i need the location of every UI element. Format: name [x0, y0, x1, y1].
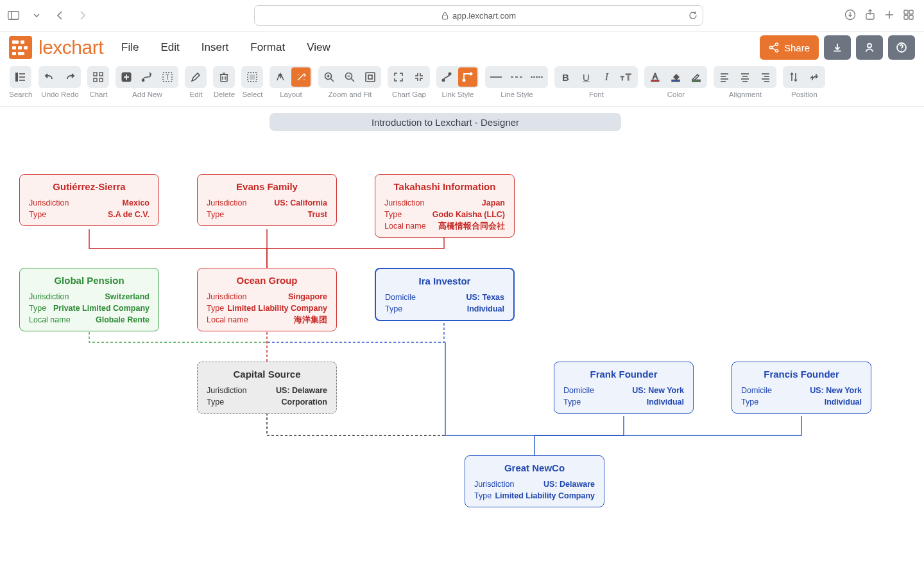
svg-point-19 [901, 49, 902, 50]
attr-val: US: New York [632, 385, 684, 396]
toolbar-label: Layout [280, 91, 302, 98]
redo-button[interactable] [60, 67, 80, 87]
address-bar[interactable]: app.lexchart.com [254, 5, 703, 26]
text-color-button[interactable]: A [646, 67, 665, 87]
font-italic-button[interactable]: I [597, 67, 616, 87]
chart-canvas[interactable]: Gutiérrez-Sierra JurisdictionMexico Type… [0, 113, 924, 578]
toolbar-group-select: Select [241, 66, 263, 98]
app-bar: lexchart File Edit Insert Format View Sh… [0, 31, 924, 64]
node-takahashi[interactable]: Takahashi Information JurisdictionJapan … [375, 174, 515, 238]
node-title: Evans Family [207, 181, 327, 192]
back-icon[interactable] [51, 7, 68, 24]
attr-key: Type [741, 396, 758, 408]
node-evans[interactable]: Evans Family JurisdictionUS: California … [197, 174, 337, 226]
undo-button[interactable] [40, 67, 59, 87]
node-title: Great NewCo [474, 462, 595, 473]
reload-icon[interactable] [689, 11, 697, 20]
node-gutierrez[interactable]: Gutiérrez-Sierra JurisdictionMexico Type… [19, 174, 159, 226]
toolbar-group-color: A Color [644, 66, 707, 98]
add-box-button[interactable] [117, 67, 136, 87]
attr-val: Switzerland [105, 291, 150, 302]
node-global-pension[interactable]: Global Pension JurisdictionSwitzerland T… [19, 268, 159, 331]
person-icon [864, 42, 875, 53]
border-color-button[interactable] [687, 67, 706, 87]
share-button[interactable]: Share [760, 35, 819, 60]
line-dotted-button[interactable] [527, 67, 547, 87]
attr-key: Type [384, 209, 402, 220]
attr-key: Jurisdiction [207, 197, 247, 209]
download-icon [832, 42, 843, 53]
toolbar-group-layout: Layout [270, 66, 312, 98]
node-frank[interactable]: Frank Founder DomicileUS: New York TypeI… [554, 362, 694, 414]
chartoptions-button[interactable] [89, 67, 108, 87]
share-icon[interactable] [865, 9, 875, 22]
font-bold-button[interactable]: B [556, 67, 575, 87]
font-size-button[interactable]: TT [617, 67, 637, 87]
line-dashed-button[interactable] [507, 67, 526, 87]
align-right-button[interactable] [756, 67, 775, 87]
node-capital-source[interactable]: Capital Source JurisdictionUS: Delaware … [197, 362, 337, 414]
menu-insert[interactable]: Insert [201, 41, 229, 54]
add-connector-button[interactable] [137, 67, 157, 87]
chart-title[interactable]: Introduction to Lexchart - Designer [270, 113, 621, 131]
menu-edit[interactable]: Edit [160, 41, 179, 54]
link-diag-button[interactable] [438, 67, 457, 87]
line-solid-button[interactable] [486, 67, 506, 87]
account-button[interactable] [856, 35, 883, 60]
add-text-button[interactable]: T [158, 67, 177, 87]
sidebar-toggle-icon[interactable] [5, 7, 22, 24]
toolbar-group-search: Search [9, 66, 32, 98]
attr-key: Local name [207, 314, 248, 326]
tabs-grid-icon[interactable] [903, 10, 914, 22]
select-all-button[interactable] [243, 67, 262, 87]
toolbar-label: Chart Gap [392, 91, 426, 98]
gap-expand-button[interactable] [389, 67, 408, 87]
position-back-button[interactable] [805, 67, 824, 87]
download-button[interactable] [824, 35, 851, 60]
attr-val: Trust [307, 209, 327, 220]
svg-text:A: A [653, 72, 658, 81]
edit-pencil-button[interactable] [186, 67, 205, 87]
menu-view[interactable]: View [307, 41, 330, 54]
privacy-shield-icon[interactable] [232, 8, 248, 23]
node-ocean[interactable]: Ocean Group JurisdictionSingapore TypeLi… [197, 268, 337, 331]
attr-val: 高橋情報合同会社 [438, 220, 505, 232]
chevron-down-icon[interactable] [28, 7, 45, 24]
node-great-newco[interactable]: Great NewCo JurisdictionUS: Delaware Typ… [465, 455, 604, 507]
link-ortho-button[interactable] [458, 67, 477, 87]
fill-color-button[interactable] [666, 67, 685, 87]
delete-button[interactable] [214, 67, 234, 87]
search-button[interactable] [11, 67, 30, 87]
zoom-in-button[interactable] [320, 67, 339, 87]
toolbar-group-chart: Chart [87, 66, 109, 98]
menu-format[interactable]: Format [250, 41, 285, 54]
position-front-button[interactable] [784, 67, 803, 87]
zoom-out-button[interactable] [340, 67, 359, 87]
forward-icon[interactable] [74, 7, 91, 24]
toolbar-label: Alignment [729, 91, 762, 98]
attr-val: US: California [274, 197, 327, 209]
toolbar-group-addnew: T Add New [116, 66, 178, 98]
layout-magic-button[interactable] [291, 67, 311, 87]
help-button[interactable] [888, 35, 915, 60]
toolbar-group-alignment: Alignment [714, 66, 776, 98]
font-underline-button[interactable]: U [576, 67, 595, 87]
svg-text:T: T [626, 72, 631, 82]
gap-compress-button[interactable] [409, 67, 429, 87]
node-francis[interactable]: Francis Founder DomicileUS: New York Typ… [732, 362, 871, 414]
layout-auto-button[interactable] [271, 67, 290, 87]
node-ira[interactable]: Ira Investor DomicileUS: Texas TypeIndiv… [375, 268, 515, 321]
downloads-icon[interactable] [844, 9, 856, 22]
node-title: Gutiérrez-Sierra [29, 181, 150, 192]
attr-key: Jurisdiction [207, 385, 247, 396]
attr-key: Domicile [741, 385, 772, 396]
new-tab-icon[interactable] [884, 10, 894, 22]
toolbar-label: Link Style [442, 91, 474, 98]
align-center-button[interactable] [735, 67, 755, 87]
menu-file[interactable]: File [121, 41, 139, 54]
attr-key: Local name [29, 314, 71, 326]
align-left-button[interactable] [715, 67, 734, 87]
zoom-fit-button[interactable] [361, 67, 380, 87]
logo[interactable]: lexchart [9, 36, 103, 59]
toolbar-group-position: Position [783, 66, 825, 98]
